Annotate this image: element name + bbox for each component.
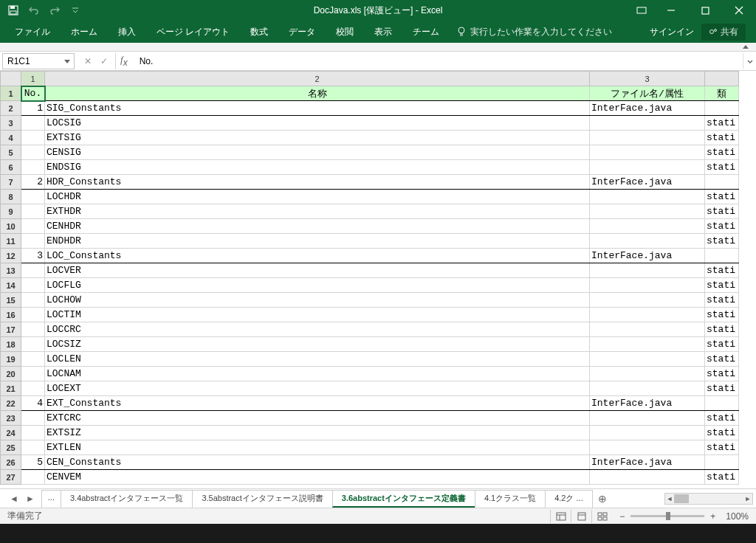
row-header[interactable]: 10 xyxy=(1,219,21,234)
cell[interactable] xyxy=(21,411,45,426)
row-header[interactable]: 24 xyxy=(1,426,21,440)
cell[interactable]: EXTHDR xyxy=(45,204,590,219)
cell[interactable] xyxy=(21,293,45,308)
cell[interactable]: stati xyxy=(705,293,739,308)
cell[interactable]: CENSIG xyxy=(45,145,590,160)
cell[interactable]: LOCSIG xyxy=(45,116,590,131)
tab-pagelayout[interactable]: ページ レイアウト xyxy=(146,21,240,43)
cell[interactable] xyxy=(590,308,705,322)
cell[interactable] xyxy=(21,367,45,381)
cell[interactable] xyxy=(590,160,705,175)
cell[interactable] xyxy=(21,145,45,160)
cell[interactable]: stati xyxy=(705,145,739,160)
cell[interactable]: InterFace.java xyxy=(590,101,705,116)
cell[interactable]: ENDSIG xyxy=(45,160,590,175)
cell[interactable] xyxy=(705,101,739,116)
row-header[interactable]: 14 xyxy=(1,278,21,293)
cell[interactable]: stati xyxy=(705,131,739,145)
name-box[interactable]: R1C1 xyxy=(2,53,75,69)
cell[interactable]: InterFace.java xyxy=(590,455,705,470)
cell[interactable]: 1 xyxy=(21,101,45,116)
cell[interactable]: stati xyxy=(705,263,739,278)
cell[interactable]: stati xyxy=(705,426,739,440)
cell[interactable]: LOC_Constants xyxy=(45,249,590,263)
cell[interactable]: EXT_Constants xyxy=(45,396,590,411)
cell[interactable] xyxy=(590,116,705,131)
cell[interactable]: stati xyxy=(705,234,739,249)
cell[interactable]: InterFace.java xyxy=(590,396,705,411)
tab-view[interactable]: 表示 xyxy=(364,21,402,43)
cell[interactable] xyxy=(705,249,739,263)
cell[interactable] xyxy=(590,131,705,145)
close-button[interactable] xyxy=(722,0,756,21)
row-header[interactable]: 11 xyxy=(1,234,21,249)
row-header[interactable]: 19 xyxy=(1,352,21,367)
sheet-tab[interactable]: 3.6abstractインタフェース定義書 xyxy=(332,490,475,508)
cell[interactable]: 4 xyxy=(21,396,45,411)
page-layout-view-icon[interactable] xyxy=(571,510,591,523)
signin-link[interactable]: サインイン xyxy=(650,26,694,38)
row-header[interactable]: 5 xyxy=(1,145,21,160)
sheet-tab[interactable]: 3.5abstractインタフェース説明書 xyxy=(192,490,332,508)
row-header[interactable]: 8 xyxy=(1,190,21,204)
cell[interactable]: stati xyxy=(705,219,739,234)
tab-nav-next-icon[interactable]: ► xyxy=(24,492,37,505)
cell[interactable] xyxy=(705,455,739,470)
cell[interactable]: 類 xyxy=(705,86,739,101)
cell[interactable] xyxy=(590,352,705,367)
cell[interactable]: InterFace.java xyxy=(590,249,705,263)
row-header[interactable]: 20 xyxy=(1,367,21,381)
zoom-slider[interactable] xyxy=(630,515,704,517)
cell[interactable]: 3 xyxy=(21,249,45,263)
cell[interactable]: LOCFLG xyxy=(45,278,590,293)
fx-icon[interactable]: fx xyxy=(120,54,135,68)
row-header[interactable]: 23 xyxy=(1,411,21,426)
page-break-view-icon[interactable] xyxy=(591,510,612,523)
tab-formulas[interactable]: 数式 xyxy=(240,21,278,43)
cell[interactable]: stati xyxy=(705,367,739,381)
cell[interactable]: EXTCRC xyxy=(45,411,590,426)
row-header[interactable]: 3 xyxy=(1,116,21,131)
sheet-tab[interactable]: 4.1クラス一覧 xyxy=(475,490,546,508)
tab-insert[interactable]: 挿入 xyxy=(108,21,146,43)
cell[interactable]: LOCCRC xyxy=(45,322,590,337)
select-all-corner[interactable] xyxy=(1,72,21,86)
cell[interactable]: stati xyxy=(705,411,739,426)
row-header[interactable]: 25 xyxy=(1,440,21,455)
cell[interactable]: stati xyxy=(705,160,739,175)
share-button[interactable]: 共有 xyxy=(701,24,746,41)
cell[interactable]: ファイル名/属性 xyxy=(590,86,705,101)
save-icon[interactable] xyxy=(7,4,19,16)
minimize-button[interactable] xyxy=(654,0,688,21)
row-header[interactable]: 4 xyxy=(1,131,21,145)
tab-nav-prev-icon[interactable]: ◄ xyxy=(7,492,21,505)
sheet-tab[interactable]: 3.4abstractインタフェース一覧 xyxy=(61,490,193,508)
cell[interactable] xyxy=(590,293,705,308)
formula-input[interactable]: No. xyxy=(135,53,743,69)
cell[interactable] xyxy=(590,190,705,204)
tab-home[interactable]: ホーム xyxy=(61,21,108,43)
row-header[interactable]: 22 xyxy=(1,396,21,411)
tab-file[interactable]: ファイル xyxy=(4,21,61,43)
cell[interactable] xyxy=(21,160,45,175)
cell[interactable] xyxy=(590,337,705,352)
row-header[interactable]: 27 xyxy=(1,470,21,485)
cell[interactable] xyxy=(21,308,45,322)
cell[interactable] xyxy=(21,322,45,337)
cell[interactable] xyxy=(590,263,705,278)
tell-me-search[interactable]: 実行したい作業を入力してください xyxy=(457,26,612,38)
cell[interactable]: LOCSIZ xyxy=(45,337,590,352)
row-header[interactable]: 18 xyxy=(1,337,21,352)
row-header[interactable]: 12 xyxy=(1,249,21,263)
col-header[interactable]: 3 xyxy=(590,72,705,86)
zoom-level[interactable]: 100% xyxy=(726,511,749,522)
cell[interactable]: LOCHDR xyxy=(45,190,590,204)
cancel-formula-icon[interactable]: ✕ xyxy=(84,56,92,66)
cell[interactable]: CENVEM xyxy=(45,470,590,485)
row-header[interactable]: 21 xyxy=(1,381,21,396)
cell[interactable] xyxy=(21,219,45,234)
cell[interactable]: stati xyxy=(705,190,739,204)
cell[interactable] xyxy=(590,411,705,426)
horizontal-scrollbar[interactable]: ◄ ► xyxy=(664,493,753,505)
row-header[interactable]: 13 xyxy=(1,263,21,278)
